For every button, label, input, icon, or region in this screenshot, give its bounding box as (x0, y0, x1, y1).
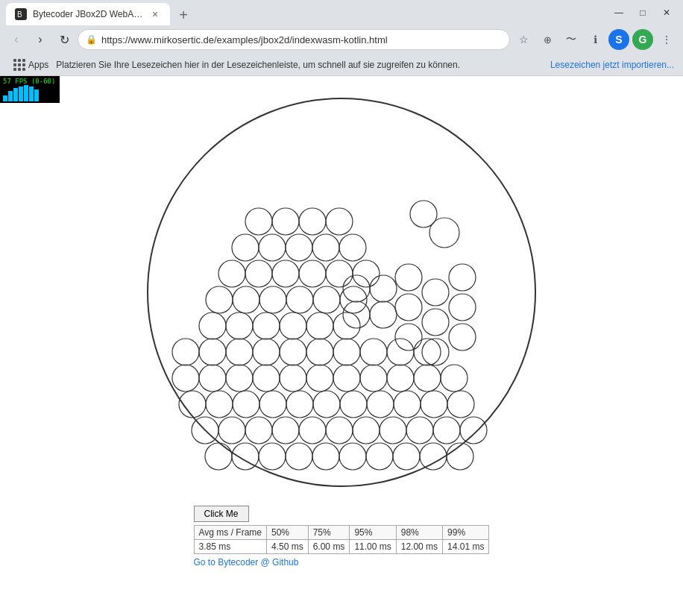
info-button[interactable]: ℹ (585, 29, 605, 50)
close-button[interactable]: ✕ (656, 2, 677, 23)
svg-point-5 (259, 443, 286, 470)
svg-point-55 (414, 339, 441, 365)
svg-point-56 (395, 264, 422, 291)
tab-close-button[interactable]: × (149, 8, 161, 20)
bookmark-star-button[interactable]: ☆ (513, 29, 534, 50)
svg-point-31 (367, 391, 394, 418)
svg-point-89 (286, 234, 312, 261)
svg-point-58 (395, 294, 422, 321)
apps-label: Apps (28, 60, 48, 70)
minimize-button[interactable]: — (608, 2, 629, 23)
fps-bar-chart (3, 85, 55, 101)
svg-point-40 (306, 365, 333, 392)
fps-bar-3 (13, 88, 18, 101)
maximize-button[interactable]: □ (632, 2, 653, 23)
fps-bar-5 (24, 85, 28, 101)
svg-point-84 (299, 260, 326, 287)
new-tab-button[interactable]: + (173, 4, 194, 25)
svg-point-67 (343, 275, 370, 302)
fps-bar-6 (29, 87, 34, 101)
svg-point-42 (360, 365, 387, 392)
svg-point-69 (199, 312, 226, 339)
svg-point-73 (306, 312, 333, 339)
more-icon: ⋮ (661, 34, 672, 45)
svg-point-61 (422, 339, 449, 365)
svg-point-22 (433, 417, 460, 444)
svg-point-51 (306, 339, 333, 365)
svg-point-21 (406, 417, 433, 444)
profile-s-button[interactable]: S (608, 29, 629, 50)
window-controls: — □ ✕ (608, 2, 677, 23)
svg-point-41 (333, 365, 360, 392)
svg-point-85 (326, 260, 353, 287)
reload-button[interactable]: ↻ (54, 29, 75, 50)
more-menu-button[interactable]: ⋮ (656, 29, 677, 50)
svg-point-15 (245, 417, 272, 444)
nav-right-icons: ☆ ⊕ 〜 ℹ S G ⋮ (513, 29, 677, 50)
stats-val-avg: 3.85 ms (194, 540, 266, 554)
svg-point-60 (395, 324, 422, 351)
forward-button[interactable]: › (30, 29, 51, 50)
github-link[interactable]: Go to Bytecoder @ Github (194, 557, 490, 568)
browser-window: B Bytecoder JBox2D WebAssembly × + — □ ✕… (0, 0, 683, 616)
svg-point-32 (394, 391, 421, 418)
svg-point-52 (333, 339, 360, 365)
apps-grid-icon (13, 59, 25, 71)
bookmarks-bar: Apps Platzieren Sie Ihre Lesezeichen hie… (0, 54, 683, 76)
url-text: https://www.mirkosertic.de/examples/jbox… (101, 34, 502, 45)
fps-overlay: 57 FPS (0-60) (0, 76, 60, 103)
svg-point-29 (313, 391, 340, 418)
svg-point-8 (339, 443, 366, 470)
svg-point-83 (272, 260, 299, 287)
tab-label: Bytecoder JBox2D WebAssembly (33, 9, 143, 19)
address-bar[interactable]: 🔒 https://www.mirkosertic.de/examples/jb… (78, 29, 510, 50)
svg-point-54 (387, 339, 414, 365)
svg-point-7 (312, 443, 339, 470)
active-tab[interactable]: B Bytecoder JBox2D WebAssembly × (6, 3, 170, 25)
simulation-canvas: Click Me Avg ms / Frame 50% 75% 95% 98% … (0, 76, 683, 616)
svg-point-36 (199, 365, 226, 392)
tab-area: B Bytecoder JBox2D WebAssembly × + (6, 0, 605, 25)
svg-text:B: B (17, 10, 22, 19)
physics-simulation (133, 84, 550, 501)
svg-point-26 (233, 391, 259, 418)
svg-point-47 (199, 339, 226, 365)
svg-point-76 (233, 286, 259, 313)
svg-point-70 (226, 312, 253, 339)
back-button[interactable]: ‹ (6, 29, 27, 50)
svg-point-90 (312, 234, 339, 261)
svg-point-94 (299, 208, 326, 235)
zoom-button[interactable]: ⊕ (537, 29, 558, 50)
fps-bar-7 (34, 89, 39, 101)
metrics-button[interactable]: 〜 (561, 29, 582, 50)
metrics-icon: 〜 (566, 33, 576, 46)
svg-point-53 (360, 339, 387, 365)
svg-point-11 (420, 443, 447, 470)
profile-g-button[interactable]: G (632, 29, 653, 50)
stats-val-99: 14.01 ms (443, 540, 489, 554)
apps-button[interactable]: Apps (9, 57, 53, 72)
lock-icon: 🔒 (86, 34, 97, 45)
stats-col-98: 98% (396, 526, 442, 540)
stats-col-75: 75% (308, 526, 350, 540)
svg-point-71 (253, 312, 280, 339)
svg-point-66 (370, 301, 397, 328)
svg-point-57 (422, 279, 449, 306)
forward-icon: › (38, 33, 42, 46)
svg-point-92 (245, 208, 272, 235)
stats-header-row: Avg ms / Frame 50% 75% 95% 98% 99% (194, 526, 489, 540)
reload-icon: ↻ (60, 33, 69, 47)
svg-point-38 (253, 365, 280, 392)
import-bookmarks-link[interactable]: Lesezeichen jetzt importieren... (550, 60, 674, 70)
svg-point-49 (253, 339, 280, 365)
svg-point-19 (353, 417, 380, 444)
back-icon: ‹ (14, 33, 18, 46)
svg-point-72 (280, 312, 306, 339)
svg-point-48 (226, 339, 253, 365)
click-me-button[interactable]: Click Me (194, 506, 249, 522)
svg-point-97 (410, 201, 437, 227)
stats-col-95: 95% (350, 526, 396, 540)
svg-point-3 (205, 443, 232, 470)
svg-point-77 (259, 286, 286, 313)
controls-area: Click Me Avg ms / Frame 50% 75% 95% 98% … (188, 501, 496, 572)
